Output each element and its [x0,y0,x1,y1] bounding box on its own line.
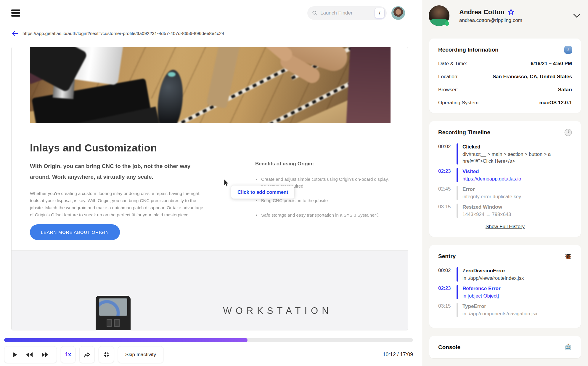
recorded-page-url: https://app.getatlas.io/auth/login?next=… [23,31,224,36]
sidebar-cards: Recording Information i Date & Time: 6/1… [422,39,588,358]
timeline-marker-bar [457,285,458,299]
user-header: Andrea Cotton andrea.cotton@rippling.com [422,0,588,27]
online-status-dot [445,21,449,26]
play-icon [12,352,17,358]
main-panel: Launch Finder / https://app.getatlas.io/… [0,0,422,366]
replay-url-bar: https://app.getatlas.io/auth/login?next=… [0,26,422,41]
recorded-page-content: Inlays and Customization With Origin, yo… [12,142,408,240]
info-icon: i [564,46,572,54]
top-bar: Launch Finder / [0,0,422,26]
sentry-entry[interactable]: 00:02 ZeroDivisionError in ./app/views/r… [438,267,572,282]
recorded-body-paragraph: Whether you're creating a custom floorin… [30,190,203,218]
search-icon [312,10,317,16]
timeline-marker-bar [457,204,458,218]
robot-icon [564,343,572,351]
playback-progress-bar[interactable] [4,338,413,342]
search-input[interactable]: Launch Finder / [307,6,387,20]
fast-forward-button[interactable] [41,352,49,357]
back-arrow-icon[interactable] [11,30,18,37]
timeline-marker-bar [457,303,458,317]
timeline-entry[interactable]: 02:23 Visited https://demoapp.getatlas.i… [438,168,572,182]
sentry-title: Sentry [438,253,456,260]
current-user-avatar[interactable] [391,6,405,20]
transport-controls [4,346,57,363]
topbar-right: Launch Finder / [307,6,405,20]
search-placeholder: Launch Finder [320,10,353,16]
console-title: Console [438,344,460,351]
menu-icon[interactable] [11,9,20,17]
timeline-entry[interactable]: 00:02 Clicked div#nuxt__ > main > sectio… [438,143,572,164]
skip-inactivity-button[interactable]: Skip Inactivity [118,346,163,363]
recorded-cta-button: LEARN MORE ABOUT ORIGIN [30,224,120,240]
sentry-card: Sentry [429,245,581,328]
playback-speed-button[interactable]: 1x [61,346,75,363]
user-email: andrea.cotton@rippling.com [459,17,522,23]
user-name: Andrea Cotton [459,8,505,16]
playback-time-display: 10:12 / 17:09 [383,351,413,358]
recorded-heading: Inlays and Customization [30,142,391,154]
favorite-star-icon[interactable] [507,9,515,16]
add-comment-tooltip[interactable]: Click to add comment [231,186,294,199]
cnc-router-photo [30,47,391,123]
recorded-benefits-title: Benefits of using Origin: [255,161,391,167]
recording-timeline-card: Recording Timeline 00:02 Clicked div#nux… [429,121,581,237]
timeline-entry[interactable]: 02:45 Error integrity error duplicate ke… [438,186,572,200]
show-full-history-link[interactable]: Show Full History [486,224,525,229]
hero-image-wrap [12,47,408,123]
shaper-origin-device-image [96,296,131,330]
share-icon [83,351,91,358]
session-replay-viewport[interactable]: Inlays and Customization With Origin, yo… [11,47,408,330]
cursor-pointer-icon [223,179,230,187]
collapse-icon [103,351,110,358]
clock-icon [564,128,572,136]
recorded-lower-section: WORKSTATION [12,250,408,330]
sentry-entry[interactable]: 03:15 TypeError in ./app/components/navi… [438,303,572,317]
chevron-down-icon[interactable] [573,14,580,18]
playback-progress-fill [4,338,248,342]
rewind-icon [25,352,33,357]
playback-controls: 1x Skip Inactivity 10:12 / 17:09 [4,346,413,363]
timeline-marker-bar [457,267,458,282]
details-sidebar: Andrea Cotton andrea.cotton@rippling.com… [422,0,588,366]
workstation-logo: WORKSTATION [223,306,332,316]
info-row-browser: Browser: Safari [438,87,572,93]
timeline-entry[interactable]: 03:15 Resized Window 1443×924 → 798×643 [438,204,572,218]
recording-information-card: Recording Information i Date & Time: 6/1… [429,39,581,113]
share-button[interactable] [79,346,95,363]
info-row-os: Operating System: macOS 12.0.1 [438,100,572,106]
recorded-lead-paragraph: With Origin, you can bring CNC to the jo… [30,161,203,182]
recording-information-title: Recording Information [438,47,499,53]
console-card: Console [429,336,581,358]
timeline-marker-bar [457,168,458,182]
info-row-date-time: Date & Time: 6/16/21 – 4:50 PM [438,61,572,67]
bug-icon [564,252,572,260]
slash-shortcut-key: / [375,8,384,18]
play-button[interactable] [12,352,17,358]
rewind-button[interactable] [25,352,33,357]
fast-forward-icon [41,352,49,357]
sentry-entry[interactable]: 02:23 Reference Error in [object Object] [438,285,572,299]
timeline-marker-bar [457,143,458,164]
timeline-marker-bar [457,186,458,200]
info-row-location: Location: San Francisco, CA, United Stat… [438,74,572,80]
benefit-item: Safe storage and easy transportation in … [255,212,391,218]
session-replay-app: Launch Finder / https://app.getatlas.io/… [0,0,588,366]
collapse-button[interactable] [99,346,114,363]
recording-timeline-title: Recording Timeline [438,129,490,136]
